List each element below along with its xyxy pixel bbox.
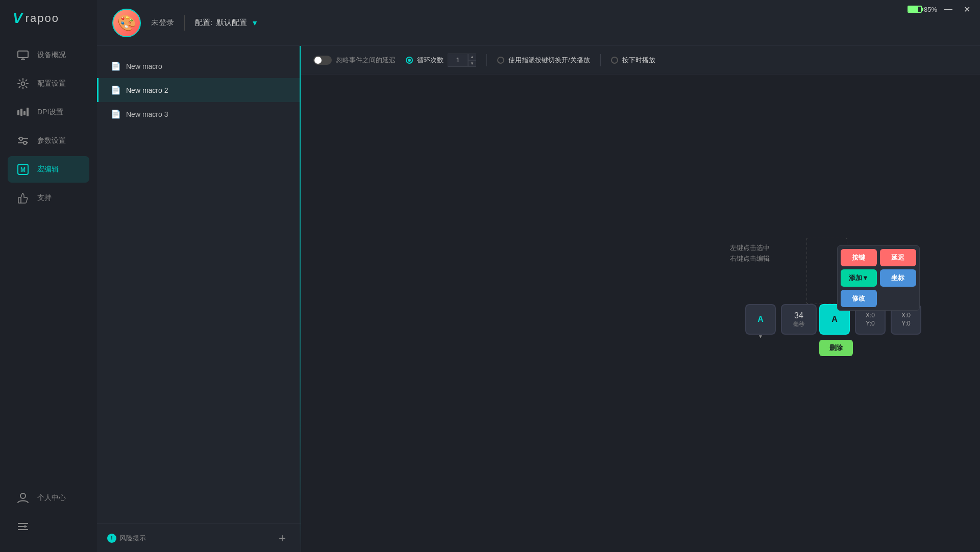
delay-box-1[interactable]: 34 毫秒 [781,304,817,335]
sliders-icon [16,134,30,148]
sidebar-item-dpi-settings[interactable]: DPI设置 [8,99,89,126]
risk-tip: ! 风险提示 [107,534,146,543]
macro-item-3[interactable]: 📄 New macro 3 [97,102,301,126]
header-config-selector[interactable]: 配置: 默认配置 ▼ [195,18,258,28]
popup-modify-button[interactable]: 修改 [841,290,877,307]
sidebar: V rapoo 设备概况 配置设置 [0,0,97,552]
battery-bar-icon [908,6,922,13]
header-divider [184,15,185,31]
avatar[interactable]: 🎨 [112,9,141,37]
delay-unit: 毫秒 [793,320,804,328]
add-macro-button[interactable]: + [274,530,290,546]
gear-icon [16,77,30,91]
thumbsup-icon [16,191,30,205]
svg-point-9 [19,137,22,140]
macro-item-1[interactable]: 📄 New macro [97,54,301,78]
sidebar-label-macro-editor: 宏编辑 [37,165,59,174]
risk-tip-label: 风险提示 [119,534,146,543]
loop-count-group: 循环次数 ▲ ▼ [406,54,476,67]
macro-item-3-label: New macro 3 [126,110,168,118]
popup-coord-button[interactable]: 坐标 [880,269,916,287]
loop-count-label: 循环次数 [417,56,444,65]
svg-point-15 [20,493,26,498]
doc-icon-1: 📄 [111,61,121,71]
person-icon [16,491,30,505]
assign-key-group: 使用指派按键切换开/关播放 [497,56,590,65]
context-hint-line2: 右键点击编辑 [730,254,770,264]
popup-key-button[interactable]: 按键 [841,249,877,266]
monitor-icon [16,48,30,62]
sidebar-item-support[interactable]: 支持 [8,185,89,211]
main-content: 📄 New macro 📄 New macro 2 📄 New macro 3 … [97,46,980,552]
ignore-delay-toggle[interactable]: 忽略事件之间的延迟 [313,56,396,65]
sidebar-label-device-overview: 设备概况 [37,51,66,60]
avatar-emoji: 🎨 [117,14,136,32]
sidebar-item-macro-editor[interactable]: M 宏编辑 [8,156,89,183]
sidebar-label-support: 支持 [37,193,52,203]
sidebar-item-param-settings[interactable]: 参数设置 [8,128,89,154]
action-key-1-chevron: ▼ [758,334,763,339]
macro-panel: 📄 New macro 📄 New macro 2 📄 New macro 3 … [97,46,301,552]
logo-v: V [13,10,22,27]
toolbar-separator-1 [486,54,487,66]
action-key-3-label: A [831,315,838,324]
toggle-track[interactable] [313,56,332,65]
action-key-1[interactable]: A [745,304,776,335]
close-button[interactable]: ✕ [960,2,974,16]
editor-canvas: 左键点击选中 右键点击编辑 按键 延迟 添加▼ 坐标 修改 A ▼ [301,74,980,552]
macro-item-1-label: New macro [126,62,162,70]
hold-play-radio[interactable] [611,57,618,64]
minimize-button[interactable]: — [941,2,955,16]
ignore-delay-label: 忽略事件之间的延迟 [336,56,396,65]
loop-count-input: ▲ ▼ [448,54,476,67]
sidebar-bottom: 个人中心 [8,485,89,542]
editor-toolbar: 忽略事件之间的延迟 循环次数 ▲ ▼ 使用指派按键切换开/关播放 [301,46,980,74]
logo: V rapoo [13,10,84,27]
count-up-arrow[interactable]: ▲ [468,54,476,60]
svg-point-11 [23,141,27,144]
svg-rect-14 [18,197,21,203]
macro-item-2-label: New macro 2 [126,86,168,94]
loop-count-field[interactable] [448,54,468,67]
toggle-knob [314,57,322,64]
battery-indicator: 85% [908,6,937,13]
sidebar-item-device-overview[interactable]: 设备概况 [8,42,89,68]
popup-menu: 按键 延迟 添加▼ 坐标 修改 [837,245,920,311]
action-item-2[interactable]: 34 毫秒 [781,304,817,335]
hold-play-label: 按下时播放 [622,56,655,65]
sidebar-item-config-settings[interactable]: 配置设置 [8,70,89,97]
action-item-1[interactable]: A ▼ [745,304,776,339]
editor-panel: 忽略事件之间的延迟 循环次数 ▲ ▼ 使用指派按键切换开/关播放 [301,46,980,552]
sidebar-item-extra[interactable] [8,513,89,540]
svg-rect-0 [18,51,28,58]
sidebar-label-profile: 个人中心 [37,493,66,503]
context-hint-line1: 左键点击选中 [730,243,770,254]
sidebar-label-param-settings: 参数设置 [37,136,66,145]
macro-icon: M [16,162,30,177]
macro-footer: ! 风险提示 + [97,523,301,552]
sidebar-label-config-settings: 配置设置 [37,79,66,88]
macro-item-2[interactable]: 📄 New macro 2 [97,78,301,102]
coord-1-y: Y:0 [866,320,874,327]
coord-2-y: Y:0 [901,320,910,327]
assign-key-radio[interactable] [497,57,504,64]
delete-button-container: 删除 [819,340,853,356]
action-key-1-label: A [757,315,764,324]
battery-percentage: 85% [924,6,937,13]
chevron-down-icon: ▼ [251,19,258,27]
popup-delay-button[interactable]: 延迟 [880,249,916,266]
loop-count-radio[interactable] [406,57,413,64]
dpi-icon [16,105,30,119]
delete-button[interactable]: 删除 [819,340,853,356]
svg-text:M: M [20,166,26,173]
popup-add-button[interactable]: 添加▼ [841,269,877,287]
count-down-arrow[interactable]: ▼ [468,60,476,67]
sidebar-item-profile[interactable]: 个人中心 [8,485,89,511]
context-hint: 左键点击选中 右键点击编辑 [730,243,770,264]
config-name: 默认配置 [216,18,247,28]
logo-brand: rapoo [26,12,59,25]
coord-2-x: X:0 [901,312,911,319]
doc-icon-2: 📄 [111,85,121,95]
macro-list: 📄 New macro 📄 New macro 2 📄 New macro 3 [97,46,301,523]
menu-icon [16,519,30,534]
